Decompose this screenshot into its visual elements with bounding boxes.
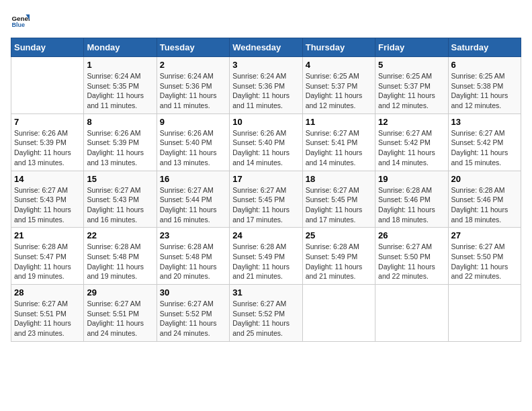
day-info: Sunrise: 6:28 AM Sunset: 5:47 PM Dayligh… xyxy=(14,242,81,281)
column-header-thursday: Thursday xyxy=(302,38,375,57)
calendar-cell: 19Sunrise: 6:28 AM Sunset: 5:46 PM Dayli… xyxy=(375,171,448,228)
calendar-cell: 8Sunrise: 6:26 AM Sunset: 5:39 PM Daylig… xyxy=(84,113,157,171)
calendar-cell: 24Sunrise: 6:28 AM Sunset: 5:49 PM Dayli… xyxy=(230,228,302,285)
day-info: Sunrise: 6:27 AM Sunset: 5:45 PM Dayligh… xyxy=(306,185,372,225)
calendar-cell: 7Sunrise: 6:26 AM Sunset: 5:39 PM Daylig… xyxy=(11,113,84,171)
column-header-wednesday: Wednesday xyxy=(230,38,302,57)
calendar-cell: 4Sunrise: 6:25 AM Sunset: 5:37 PM Daylig… xyxy=(302,57,375,114)
day-info: Sunrise: 6:26 AM Sunset: 5:40 PM Dayligh… xyxy=(160,128,226,168)
calendar-cell xyxy=(11,57,84,114)
day-info: Sunrise: 6:27 AM Sunset: 5:51 PM Dayligh… xyxy=(14,299,81,338)
day-info: Sunrise: 6:27 AM Sunset: 5:41 PM Dayligh… xyxy=(306,128,372,168)
day-info: Sunrise: 6:27 AM Sunset: 5:42 PM Dayligh… xyxy=(451,128,518,168)
day-info: Sunrise: 6:27 AM Sunset: 5:52 PM Dayligh… xyxy=(160,299,226,338)
day-info: Sunrise: 6:24 AM Sunset: 5:36 PM Dayligh… xyxy=(160,71,226,111)
day-number: 1 xyxy=(87,60,153,70)
day-number: 20 xyxy=(451,174,518,184)
day-number: 28 xyxy=(14,287,81,298)
day-info: Sunrise: 6:25 AM Sunset: 5:37 PM Dayligh… xyxy=(306,71,372,111)
day-info: Sunrise: 6:24 AM Sunset: 5:35 PM Dayligh… xyxy=(87,71,153,111)
svg-text:Blue: Blue xyxy=(11,21,25,28)
day-number: 8 xyxy=(87,117,153,127)
day-info: Sunrise: 6:28 AM Sunset: 5:49 PM Dayligh… xyxy=(306,242,372,281)
calendar-cell: 10Sunrise: 6:26 AM Sunset: 5:40 PM Dayli… xyxy=(230,113,302,171)
calendar-cell: 3Sunrise: 6:24 AM Sunset: 5:36 PM Daylig… xyxy=(230,57,302,114)
calendar-cell: 5Sunrise: 6:25 AM Sunset: 5:37 PM Daylig… xyxy=(375,57,448,114)
calendar-cell: 20Sunrise: 6:28 AM Sunset: 5:46 PM Dayli… xyxy=(448,171,521,228)
day-info: Sunrise: 6:25 AM Sunset: 5:37 PM Dayligh… xyxy=(378,71,445,111)
calendar-week-2: 7Sunrise: 6:26 AM Sunset: 5:39 PM Daylig… xyxy=(11,113,521,171)
calendar-cell: 17Sunrise: 6:27 AM Sunset: 5:45 PM Dayli… xyxy=(230,171,302,228)
calendar-cell: 14Sunrise: 6:27 AM Sunset: 5:43 PM Dayli… xyxy=(11,171,84,228)
calendar-cell: 22Sunrise: 6:28 AM Sunset: 5:48 PM Dayli… xyxy=(84,228,157,285)
day-info: Sunrise: 6:27 AM Sunset: 5:43 PM Dayligh… xyxy=(87,185,153,225)
day-info: Sunrise: 6:28 AM Sunset: 5:49 PM Dayligh… xyxy=(232,242,299,281)
column-header-friday: Friday xyxy=(375,38,448,57)
day-number: 13 xyxy=(451,117,518,127)
day-info: Sunrise: 6:27 AM Sunset: 5:43 PM Dayligh… xyxy=(14,185,81,225)
calendar-header-row: SundayMondayTuesdayWednesdayThursdayFrid… xyxy=(11,38,521,57)
column-header-monday: Monday xyxy=(84,38,157,57)
calendar-cell: 31Sunrise: 6:27 AM Sunset: 5:52 PM Dayli… xyxy=(230,285,302,342)
day-info: Sunrise: 6:27 AM Sunset: 5:51 PM Dayligh… xyxy=(87,299,153,338)
calendar-cell: 2Sunrise: 6:24 AM Sunset: 5:36 PM Daylig… xyxy=(157,57,229,114)
day-info: Sunrise: 6:24 AM Sunset: 5:36 PM Dayligh… xyxy=(232,71,299,111)
calendar-body: 1Sunrise: 6:24 AM Sunset: 5:35 PM Daylig… xyxy=(11,57,521,342)
day-number: 21 xyxy=(14,230,81,240)
calendar-week-1: 1Sunrise: 6:24 AM Sunset: 5:35 PM Daylig… xyxy=(11,57,521,114)
logo: General Blue xyxy=(11,11,30,30)
calendar-cell: 12Sunrise: 6:27 AM Sunset: 5:42 PM Dayli… xyxy=(375,113,448,171)
day-info: Sunrise: 6:27 AM Sunset: 5:50 PM Dayligh… xyxy=(378,242,445,281)
logo-icon: General Blue xyxy=(11,11,30,30)
day-number: 12 xyxy=(378,117,445,127)
calendar-cell: 29Sunrise: 6:27 AM Sunset: 5:51 PM Dayli… xyxy=(84,285,157,342)
day-info: Sunrise: 6:26 AM Sunset: 5:39 PM Dayligh… xyxy=(87,128,153,168)
day-number: 14 xyxy=(14,174,81,184)
day-number: 29 xyxy=(87,287,153,298)
day-number: 4 xyxy=(306,60,372,70)
calendar-cell: 13Sunrise: 6:27 AM Sunset: 5:42 PM Dayli… xyxy=(448,113,521,171)
day-number: 19 xyxy=(378,174,445,184)
day-number: 27 xyxy=(451,230,518,240)
day-number: 26 xyxy=(378,230,445,240)
day-number: 16 xyxy=(160,174,226,184)
day-number: 30 xyxy=(160,287,226,298)
day-number: 25 xyxy=(306,230,372,240)
day-info: Sunrise: 6:27 AM Sunset: 5:45 PM Dayligh… xyxy=(232,185,299,225)
day-number: 5 xyxy=(378,60,445,70)
calendar-week-3: 14Sunrise: 6:27 AM Sunset: 5:43 PM Dayli… xyxy=(11,171,521,228)
day-number: 15 xyxy=(87,174,153,184)
calendar-cell: 16Sunrise: 6:27 AM Sunset: 5:44 PM Dayli… xyxy=(157,171,229,228)
calendar-cell: 15Sunrise: 6:27 AM Sunset: 5:43 PM Dayli… xyxy=(84,171,157,228)
day-info: Sunrise: 6:26 AM Sunset: 5:40 PM Dayligh… xyxy=(232,128,299,168)
day-info: Sunrise: 6:28 AM Sunset: 5:46 PM Dayligh… xyxy=(451,185,518,225)
day-number: 6 xyxy=(451,60,518,70)
day-number: 10 xyxy=(232,117,299,127)
calendar-cell: 23Sunrise: 6:28 AM Sunset: 5:48 PM Dayli… xyxy=(157,228,229,285)
day-info: Sunrise: 6:28 AM Sunset: 5:48 PM Dayligh… xyxy=(160,242,226,281)
calendar-cell: 1Sunrise: 6:24 AM Sunset: 5:35 PM Daylig… xyxy=(84,57,157,114)
calendar-cell xyxy=(375,285,448,342)
calendar-week-5: 28Sunrise: 6:27 AM Sunset: 5:51 PM Dayli… xyxy=(11,285,521,342)
day-info: Sunrise: 6:27 AM Sunset: 5:42 PM Dayligh… xyxy=(378,128,445,168)
calendar-cell: 11Sunrise: 6:27 AM Sunset: 5:41 PM Dayli… xyxy=(302,113,375,171)
calendar-cell: 6Sunrise: 6:25 AM Sunset: 5:38 PM Daylig… xyxy=(448,57,521,114)
day-number: 11 xyxy=(306,117,372,127)
page-header: General Blue xyxy=(11,11,521,30)
day-number: 24 xyxy=(232,230,299,240)
day-info: Sunrise: 6:26 AM Sunset: 5:39 PM Dayligh… xyxy=(14,128,81,168)
day-number: 2 xyxy=(160,60,226,70)
calendar-week-4: 21Sunrise: 6:28 AM Sunset: 5:47 PM Dayli… xyxy=(11,228,521,285)
calendar-cell: 30Sunrise: 6:27 AM Sunset: 5:52 PM Dayli… xyxy=(157,285,229,342)
calendar-cell xyxy=(448,285,521,342)
day-number: 9 xyxy=(160,117,226,127)
column-header-saturday: Saturday xyxy=(448,38,521,57)
day-info: Sunrise: 6:25 AM Sunset: 5:38 PM Dayligh… xyxy=(451,71,518,111)
day-number: 23 xyxy=(160,230,226,240)
day-number: 31 xyxy=(232,287,299,298)
calendar-cell: 27Sunrise: 6:27 AM Sunset: 5:50 PM Dayli… xyxy=(448,228,521,285)
day-number: 17 xyxy=(232,174,299,184)
calendar-table: SundayMondayTuesdayWednesdayThursdayFrid… xyxy=(11,38,521,342)
day-info: Sunrise: 6:27 AM Sunset: 5:50 PM Dayligh… xyxy=(451,242,518,281)
calendar-cell: 18Sunrise: 6:27 AM Sunset: 5:45 PM Dayli… xyxy=(302,171,375,228)
